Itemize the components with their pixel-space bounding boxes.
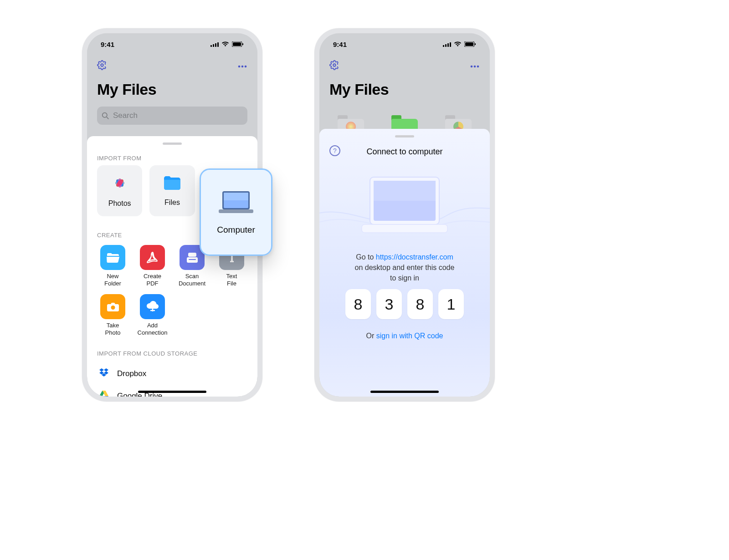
svg-rect-30 xyxy=(219,209,253,213)
svg-point-7 xyxy=(101,64,103,66)
dropbox-icon xyxy=(99,368,109,379)
svg-rect-6 xyxy=(242,43,243,45)
create-take-photo[interactable]: Take Photo xyxy=(95,294,130,337)
search-input[interactable]: Search xyxy=(97,107,247,125)
svg-point-10 xyxy=(245,66,247,68)
svg-rect-36 xyxy=(465,42,473,46)
create-label: Text File xyxy=(226,273,237,288)
svg-rect-34 xyxy=(450,42,451,47)
page-title: My Files xyxy=(87,73,257,107)
svg-point-40 xyxy=(474,66,476,68)
section-header-import: IMPORT FROM xyxy=(87,151,257,165)
svg-rect-2 xyxy=(215,43,216,47)
home-indicator[interactable] xyxy=(370,391,439,393)
status-time: 9:41 xyxy=(333,41,347,48)
create-label: Create PDF xyxy=(144,273,161,288)
status-time: 9:41 xyxy=(101,41,114,48)
svg-point-8 xyxy=(238,66,241,68)
sheet-handle[interactable] xyxy=(163,143,182,145)
cloud-label: Dropbox xyxy=(117,369,146,378)
folder-icon xyxy=(163,175,182,193)
svg-point-24 xyxy=(111,305,115,310)
source-label: Photos xyxy=(108,199,131,208)
svg-rect-23 xyxy=(189,259,196,260)
status-icons xyxy=(210,41,244,48)
svg-rect-3 xyxy=(217,42,219,47)
battery-icon xyxy=(232,41,244,48)
instr-url[interactable]: https://docstransfer.com xyxy=(376,253,453,261)
home-indicator[interactable] xyxy=(138,391,206,393)
laptop-illustration xyxy=(359,174,450,234)
create-add-connection[interactable]: Add Connection xyxy=(135,294,170,337)
phone-connect-sheet: 9:41 xyxy=(314,28,495,402)
source-label: Computer xyxy=(217,225,255,235)
svg-rect-32 xyxy=(445,44,447,47)
connect-title: Connect to computer xyxy=(319,147,490,157)
svg-point-9 xyxy=(241,66,244,68)
svg-rect-44 xyxy=(374,181,436,201)
code-digit: 8 xyxy=(345,289,371,319)
search-placeholder: Search xyxy=(113,111,138,120)
settings-icon[interactable] xyxy=(329,60,339,72)
code-digit: 8 xyxy=(407,289,433,319)
camera-icon xyxy=(106,300,120,312)
pairing-code: 8 3 8 1 xyxy=(319,289,490,319)
status-bar: 9:41 xyxy=(87,39,257,49)
svg-rect-1 xyxy=(213,44,214,47)
svg-rect-37 xyxy=(475,43,476,45)
svg-rect-29 xyxy=(224,193,248,200)
alt-prefix: Or xyxy=(366,332,376,340)
code-digit: 1 xyxy=(438,289,464,319)
svg-point-11 xyxy=(103,112,107,117)
search-icon xyxy=(102,112,109,120)
photos-icon xyxy=(111,174,129,194)
more-icon[interactable] xyxy=(237,62,247,70)
code-digit: 3 xyxy=(376,289,402,319)
more-icon[interactable] xyxy=(470,62,480,70)
create-new-folder[interactable]: New Folder xyxy=(95,245,130,288)
create-label: Take Photo xyxy=(105,322,121,337)
wifi-icon xyxy=(454,41,462,48)
import-source-files[interactable]: Files xyxy=(149,165,195,216)
connect-sheet: ? Connect to computer Go to https://docs… xyxy=(319,129,490,397)
svg-rect-33 xyxy=(447,43,449,47)
instr-line2: on desktop and enter this code xyxy=(355,264,455,271)
battery-icon xyxy=(464,41,476,48)
svg-point-39 xyxy=(471,66,473,68)
google-drive-icon xyxy=(99,390,109,397)
instr-prefix: Go to xyxy=(356,253,376,261)
section-header-cloud: IMPORT FROM CLOUD STORAGE xyxy=(87,346,257,361)
page-title: My Files xyxy=(319,73,490,107)
connect-instruction: Go to https://docstransfer.com on deskto… xyxy=(333,252,476,284)
source-label: Files xyxy=(164,199,180,207)
svg-rect-21 xyxy=(188,253,196,257)
svg-rect-45 xyxy=(362,224,447,233)
svg-point-41 xyxy=(477,66,479,68)
svg-line-12 xyxy=(107,117,108,119)
svg-rect-31 xyxy=(443,45,444,47)
import-source-computer[interactable]: Computer xyxy=(200,168,272,256)
alt-qr-link[interactable]: sign in with QR code xyxy=(376,332,443,340)
status-icons xyxy=(443,41,476,48)
cellular-icon xyxy=(443,41,451,48)
svg-point-38 xyxy=(333,64,336,66)
settings-icon[interactable] xyxy=(97,60,107,72)
sheet-handle[interactable] xyxy=(395,135,414,137)
wifi-icon xyxy=(221,41,229,48)
create-label: Add Connection xyxy=(138,322,168,337)
svg-rect-0 xyxy=(210,45,212,47)
alt-signin-row: Or sign in with QR code xyxy=(319,332,490,340)
laptop-icon xyxy=(217,189,255,217)
cloud-plus-icon xyxy=(145,300,160,312)
instr-line3: to sign in xyxy=(390,274,419,282)
svg-rect-5 xyxy=(233,42,241,46)
status-bar: 9:41 xyxy=(319,39,490,49)
import-source-photos[interactable]: Photos xyxy=(97,165,142,216)
cellular-icon xyxy=(210,41,219,48)
folder-open-icon xyxy=(106,252,120,264)
create-label: Scan Document xyxy=(179,273,205,288)
pdf-icon xyxy=(146,251,159,265)
cloud-source-dropbox[interactable]: Dropbox xyxy=(87,362,257,385)
scanner-icon xyxy=(185,251,199,264)
create-create-pdf[interactable]: Create PDF xyxy=(135,245,170,288)
